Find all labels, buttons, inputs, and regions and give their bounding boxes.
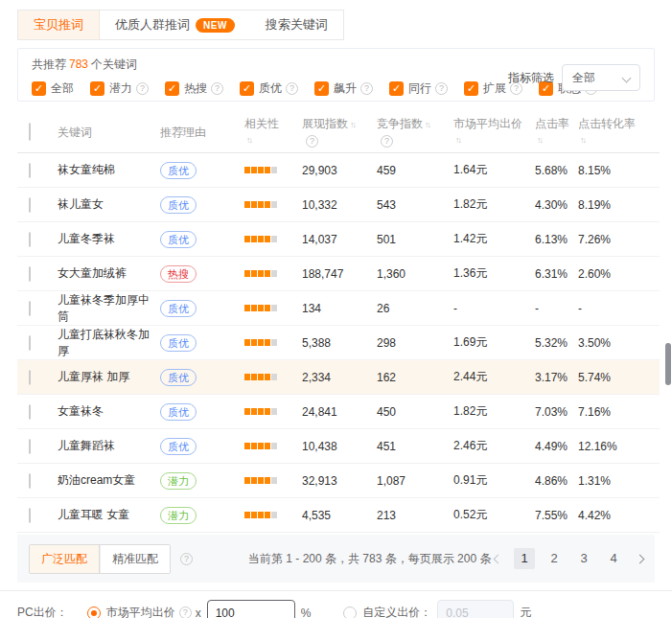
keyword-cell: 儿童厚袜 加厚	[58, 369, 160, 385]
filter-checkbox[interactable]: ✓ 潜力 ?	[90, 80, 149, 97]
market-price-radio[interactable]	[87, 607, 101, 618]
page-number[interactable]: 3	[573, 548, 594, 569]
filter-checkbox-label: 质优	[259, 80, 282, 97]
price-cell: 1.36元	[453, 265, 535, 282]
market-price-percent-input[interactable]	[207, 600, 295, 618]
checkbox-checked-icon[interactable]: ✓	[389, 81, 404, 96]
price-cell: 2.44元	[453, 369, 535, 385]
competition-cell: 1,360	[377, 267, 453, 281]
relevance-bar	[244, 305, 250, 311]
checkbox-checked-icon[interactable]: ✓	[240, 81, 254, 96]
help-icon[interactable]: ?	[360, 82, 373, 95]
filter-checkbox[interactable]: ✓ 热搜 ?	[165, 80, 223, 97]
filter-checkbox[interactable]: ✓ 全部	[32, 80, 74, 97]
tab[interactable]: 搜索关键词	[250, 11, 343, 39]
row-checkbox[interactable]	[29, 404, 31, 420]
reason-badge: 质优	[160, 231, 197, 248]
price-cell: 1.69元	[453, 334, 535, 351]
checkbox-checked-icon[interactable]: ✓	[32, 81, 46, 96]
checkbox-checked-icon[interactable]: ✓	[464, 81, 478, 96]
ctr-cell: 5.68%	[535, 164, 578, 177]
sort-icon[interactable]: ↑↓	[580, 135, 585, 145]
relevance-bar	[265, 305, 270, 311]
help-icon[interactable]: ?	[286, 82, 298, 95]
row-checkbox[interactable]	[29, 301, 31, 316]
sort-icon[interactable]: ↑↓	[455, 135, 460, 145]
relevance-bar	[271, 477, 277, 484]
table-body: 袜女童纯棉 质优 29,903 459 1.64元 5.68% 8.15% 袜儿…	[17, 153, 660, 533]
impression-cell: 2,334	[302, 371, 377, 384]
select-all-checkbox[interactable]	[29, 123, 31, 141]
keyword-cell: 儿童舞蹈袜	[58, 438, 160, 454]
checkbox-checked-icon[interactable]: ✓	[90, 81, 104, 96]
sort-icon[interactable]: ↑↓	[246, 135, 251, 145]
page-number[interactable]: 2	[544, 548, 565, 569]
relevance-bar	[271, 512, 277, 518]
reason-badge: 质优	[160, 369, 197, 386]
sort-icon[interactable]: ↑↓	[350, 120, 355, 129]
filter-checkbox[interactable]: ✓ 质优 ?	[240, 80, 298, 97]
price-cell: 1.82元	[453, 196, 535, 213]
relevance-bars	[244, 339, 302, 346]
help-icon[interactable]: ?	[179, 607, 192, 618]
relevance-bar	[258, 305, 264, 311]
relevance-bar	[251, 305, 257, 311]
relevance-bar	[258, 374, 264, 380]
page-number[interactable]: 4	[603, 548, 624, 569]
reason-badge: 质优	[160, 162, 197, 179]
row-checkbox[interactable]	[29, 197, 31, 213]
filter-checkbox[interactable]: ✓ 飙升 ?	[314, 80, 373, 97]
sort-icon[interactable]: ↑↓	[537, 135, 542, 145]
row-checkbox[interactable]	[29, 266, 31, 282]
relevance-bar	[265, 339, 270, 346]
relevance-bar	[251, 443, 257, 449]
help-icon[interactable]: ?	[381, 135, 393, 148]
market-price-label: 市场平均出价	[106, 605, 175, 618]
checkbox-checked-icon[interactable]: ✓	[314, 81, 329, 96]
custom-bid-input[interactable]	[437, 600, 514, 618]
row-checkbox[interactable]	[29, 439, 31, 454]
tab[interactable]: 优质人群推词 NEW	[100, 11, 250, 39]
filter-panel: 共推荐783个关键词 ✓ 全部 ✓ 潜力 ? ✓ 热搜 ? ✓ 质优 ? ✓ 飙…	[17, 48, 655, 102]
impression-cell: 24,841	[302, 405, 377, 419]
relevance-bar	[271, 167, 277, 173]
summary-count: 783	[69, 57, 88, 71]
help-icon[interactable]: ?	[435, 82, 448, 95]
cvr-cell: 3.50%	[578, 336, 660, 350]
tab[interactable]: 宝贝推词	[18, 11, 100, 39]
row-checkbox[interactable]	[29, 473, 31, 489]
row-checkbox[interactable]	[29, 508, 31, 523]
row-checkbox[interactable]	[29, 370, 31, 385]
row-checkbox[interactable]	[29, 232, 31, 247]
checkbox-checked-icon[interactable]: ✓	[165, 81, 179, 96]
table-row: 儿童袜冬季加厚中筒 质优 134 26 - - -	[17, 291, 660, 326]
table-row: 儿童耳暖 女童 潜力 4,535 213 0.52元 7.55% 4.42%	[17, 498, 660, 533]
custom-bid-group: 自定义出价： 元	[343, 600, 531, 618]
help-icon[interactable]: ?	[136, 82, 149, 95]
relevance-bar	[258, 201, 264, 208]
match-mode-button[interactable]: 广泛匹配	[30, 545, 100, 573]
table-row: 女大童加绒裤 热搜 188,747 1,360 1.36元 6.31% 2.60…	[17, 257, 660, 291]
ctr-cell: 7.55%	[535, 509, 578, 522]
match-mode-button[interactable]: 精准匹配	[100, 545, 170, 573]
help-icon[interactable]: ?	[211, 82, 223, 95]
vertical-scrollbar-thumb[interactable]	[665, 343, 671, 385]
cvr-cell: 1.31%	[578, 474, 660, 488]
relevance-bar	[244, 512, 250, 518]
prev-page-icon[interactable]	[494, 554, 503, 563]
custom-bid-radio[interactable]	[343, 607, 357, 618]
keyword-table: 关键词 推荐理由 相关性 ↑↓ 展现指数↑↓ ? 竞争指数↑↓ ? 市场平均出价…	[17, 111, 660, 533]
table-row: 奶油cream女童 潜力 32,913 1,087 0.91元 4.86% 1.…	[17, 464, 660, 498]
metric-filter-select[interactable]: 全部	[562, 64, 640, 91]
cvr-cell: 12.16%	[578, 440, 660, 453]
filter-checkbox[interactable]: ✓ 同行 ?	[389, 80, 448, 97]
help-icon[interactable]: ?	[306, 135, 318, 148]
row-checkbox[interactable]	[29, 335, 31, 351]
row-checkbox[interactable]	[29, 163, 31, 178]
next-page-icon[interactable]	[636, 554, 645, 563]
page-number[interactable]: 1	[514, 548, 535, 569]
sort-icon[interactable]: ↑↓	[425, 120, 429, 129]
relevance-bar	[265, 201, 270, 208]
relevance-bar	[271, 408, 277, 415]
help-icon[interactable]: ?	[180, 553, 193, 565]
